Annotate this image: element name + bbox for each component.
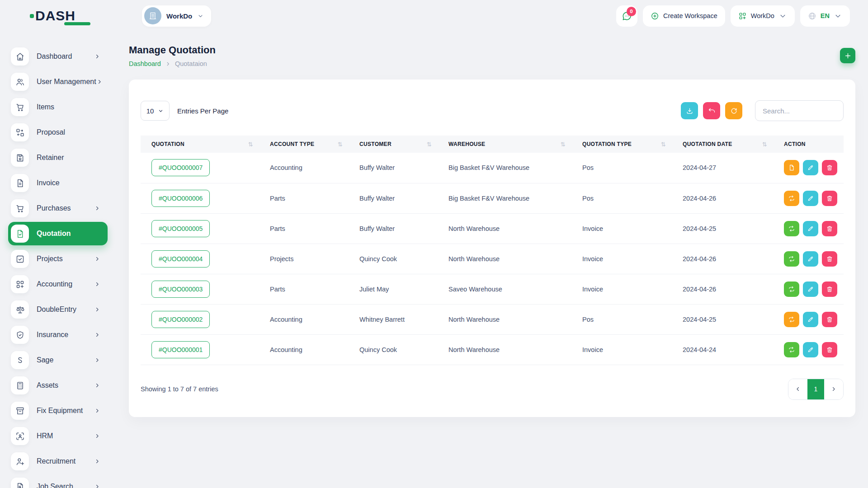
duplicate-button[interactable] — [784, 160, 799, 175]
plus-icon — [844, 52, 852, 60]
edit-button[interactable] — [803, 251, 818, 267]
column-header-quotation-date[interactable]: QUOTATION DATE ⇅ — [672, 136, 773, 153]
chevron-right-icon — [94, 205, 100, 211]
sage-icon — [11, 351, 29, 369]
sidebar-item-projects[interactable]: Projects — [8, 247, 108, 271]
convert-button[interactable] — [784, 342, 799, 357]
table-row: #QUOO000001 Accounting Quincy Cook North… — [141, 334, 844, 365]
breadcrumb-dashboard-link[interactable]: Dashboard — [129, 60, 161, 67]
trash-icon — [826, 255, 833, 263]
refresh-button[interactable] — [725, 102, 742, 119]
sidebar-item-insurance[interactable]: Insurance — [8, 323, 108, 347]
app-logo[interactable]: DASH — [30, 8, 98, 23]
topbar-actions: 0 Create Workspace WorkDo EN — [616, 5, 850, 27]
edit-button[interactable] — [803, 312, 818, 327]
trash-icon — [826, 316, 833, 323]
delete-button[interactable] — [822, 282, 837, 297]
sidebar-item-quotation[interactable]: Quotation — [8, 222, 108, 245]
create-workspace-button[interactable]: Create Workspace — [643, 5, 725, 27]
sidebar-item-proposal[interactable]: Proposal — [8, 121, 108, 144]
quotation-number-badge[interactable]: #QUOO000001 — [151, 341, 210, 358]
next-page-button[interactable] — [824, 379, 843, 399]
quotation-number-badge[interactable]: #QUOO000004 — [151, 250, 210, 267]
messages-button[interactable]: 0 — [616, 5, 637, 27]
sidebar-item-dashboard[interactable]: Dashboard — [8, 45, 108, 68]
add-quotation-button[interactable] — [840, 48, 855, 63]
table-row: #QUOO000003 Parts Juliet May Saveo Wareh… — [141, 274, 844, 304]
customer-cell: Whitney Barrett — [349, 304, 438, 334]
entries-per-page-select[interactable]: 10 — [141, 101, 170, 121]
sidebar-item-doubleentry[interactable]: DoubleEntry — [8, 298, 108, 321]
chevron-right-icon — [830, 386, 837, 392]
delete-button[interactable] — [822, 160, 837, 175]
column-header-quotation[interactable]: QUOTATION ⇅ — [141, 136, 259, 153]
sidebar-item-sage[interactable]: Sage — [8, 348, 108, 372]
sidebar-item-recruitment[interactable]: Recruitment — [8, 450, 108, 473]
column-header-quotation-type[interactable]: QUOTATION TYPE ⇅ — [571, 136, 672, 153]
sidebar-item-label: Recruitment — [37, 457, 75, 465]
undo-button[interactable] — [703, 102, 720, 119]
column-header-account-type[interactable]: ACCOUNT TYPE ⇅ — [259, 136, 349, 153]
breadcrumb-separator-icon — [165, 61, 171, 67]
sort-icon[interactable]: ⇅ — [427, 141, 432, 148]
quotation-number-badge[interactable]: #QUOO000003 — [151, 281, 210, 298]
workdo-menu-button[interactable]: WorkDo — [731, 5, 795, 27]
row-actions — [784, 342, 838, 357]
column-header-warehouse[interactable]: WAREHOUSE ⇅ — [438, 136, 571, 153]
sidebar-item-fix-equipment[interactable]: Fix Equipment — [8, 399, 108, 422]
globe-icon — [808, 12, 816, 20]
workspace-switcher[interactable]: WorkDo — [142, 5, 211, 27]
sort-icon[interactable]: ⇅ — [762, 141, 767, 148]
sidebar-item-label: Invoice — [37, 179, 60, 187]
sidebar-item-assets[interactable]: Assets — [8, 374, 108, 397]
convert-button[interactable] — [784, 191, 799, 206]
delete-button[interactable] — [822, 251, 837, 267]
sidebar-item-retainer[interactable]: Retainer — [8, 146, 108, 169]
convert-button[interactable] — [784, 282, 799, 297]
logo-accent-dot — [30, 14, 34, 18]
delete-button[interactable] — [822, 342, 837, 357]
language-selector[interactable]: EN — [800, 5, 850, 27]
sort-icon[interactable]: ⇅ — [248, 141, 253, 148]
edit-button[interactable] — [803, 221, 818, 236]
convert-button[interactable] — [784, 312, 799, 327]
column-header-action[interactable]: ACTION — [773, 136, 844, 153]
edit-button[interactable] — [803, 160, 818, 175]
sidebar-item-user-management[interactable]: User Management — [8, 70, 108, 94]
edit-button[interactable] — [803, 282, 818, 297]
sidebar-item-items[interactable]: Items — [8, 95, 108, 119]
row-actions — [784, 160, 838, 175]
quotation-number-badge[interactable]: #QUOO000007 — [151, 159, 210, 176]
quotation-number-badge[interactable]: #QUOO000005 — [151, 220, 210, 237]
quotation-date-cell: 2024-04-25 — [672, 304, 773, 334]
logo-text: DASH — [35, 8, 75, 23]
page-1-button[interactable]: 1 — [807, 379, 824, 399]
edit-button[interactable] — [803, 342, 818, 357]
sort-icon[interactable]: ⇅ — [661, 141, 666, 148]
chevron-right-icon — [96, 79, 103, 85]
sidebar-item-invoice[interactable]: Invoice — [8, 171, 108, 195]
sort-icon[interactable]: ⇅ — [338, 141, 343, 148]
row-actions — [784, 251, 838, 267]
sidebar-item-accounting[interactable]: Accounting — [8, 272, 108, 296]
prev-page-button[interactable] — [788, 379, 807, 399]
sidebar-item-hrm[interactable]: HRM — [8, 424, 108, 448]
quotation-number-badge[interactable]: #QUOO000006 — [151, 190, 210, 207]
delete-button[interactable] — [822, 221, 837, 236]
search-input[interactable] — [755, 100, 844, 121]
sidebar-menu: Dashboard User Management Items Proposal… — [8, 45, 108, 488]
sidebar-item-label: DoubleEntry — [37, 305, 76, 314]
sort-icon[interactable]: ⇅ — [561, 141, 566, 148]
quotation-type-cell: Invoice — [571, 334, 672, 365]
convert-button[interactable] — [784, 221, 799, 236]
quotation-number-badge[interactable]: #QUOO000002 — [151, 311, 210, 328]
convert-button[interactable] — [784, 251, 799, 267]
chevron-right-icon — [94, 408, 100, 414]
edit-button[interactable] — [803, 191, 818, 206]
sidebar-item-purchases[interactable]: Purchases — [8, 197, 108, 220]
delete-button[interactable] — [822, 191, 837, 206]
sidebar-item-job-search[interactable]: Job Search — [8, 475, 108, 488]
delete-button[interactable] — [822, 312, 837, 327]
export-button[interactable] — [681, 102, 698, 119]
column-header-customer[interactable]: CUSTOMER ⇅ — [349, 136, 438, 153]
